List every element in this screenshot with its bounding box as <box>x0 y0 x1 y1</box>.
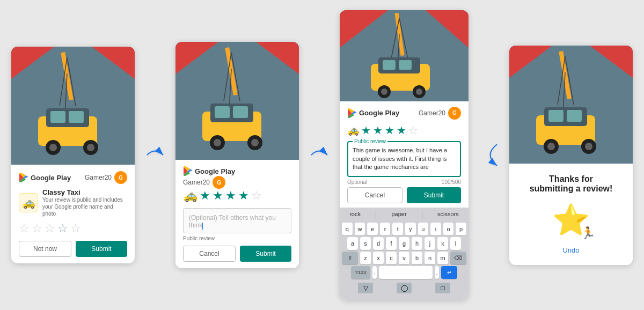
star-3[interactable]: ☆ <box>45 222 55 235</box>
submit-button-2[interactable]: Submit <box>240 246 291 262</box>
review-box-label: Public review <box>353 138 387 146</box>
not-now-button[interactable]: Not now <box>19 241 71 257</box>
app-desc: Your review is public and includes your … <box>42 196 127 217</box>
card2-buttons: Cancel Submit <box>183 246 291 262</box>
avatar-3: G <box>448 107 461 120</box>
kb-w[interactable]: w <box>355 223 365 235</box>
kb-nav-bar: ▽ ◯ □ <box>342 281 466 296</box>
arrow-icon-3 <box>478 139 500 171</box>
suggest-divider-2 <box>422 211 422 219</box>
kb-j[interactable]: j <box>425 237 435 250</box>
submit-button-3[interactable]: Submit <box>407 187 461 203</box>
arrow-3 <box>478 139 500 171</box>
c3-taxi-icon: 🚕 <box>347 124 359 136</box>
c2-star-2[interactable]: ★ <box>213 189 223 203</box>
c2-star-3[interactable]: ★ <box>225 189 236 203</box>
kb-shift[interactable]: ⇧ <box>342 252 358 264</box>
star-1[interactable]: ☆ <box>19 222 30 235</box>
gplay-logo-3: Google Play <box>347 108 399 118</box>
user-row-2: Gamer20 G <box>183 176 291 189</box>
dialog-buttons-3: Cancel Submit <box>347 187 461 203</box>
user-row-1: Gamer20 G <box>85 171 127 184</box>
kb-p[interactable]: p <box>456 223 466 235</box>
kb-nav-square[interactable]: □ <box>435 283 450 293</box>
kb-n[interactable]: n <box>425 252 435 264</box>
game-image-4 <box>509 46 633 164</box>
svg-point-60 <box>585 143 592 150</box>
kb-period[interactable]: . <box>435 266 439 279</box>
kb-num-toggle[interactable]: ?123 <box>351 266 370 279</box>
star-5[interactable]: ☆ <box>70 222 81 235</box>
svg-point-42 <box>381 88 387 95</box>
kb-nav-down[interactable]: ▽ <box>358 283 373 293</box>
kb-row-1: q w e r t y u i o p <box>342 223 466 235</box>
card3-stars[interactable]: 🚕 ★ ★ ★ ★ ☆ <box>347 124 461 137</box>
kb-suggestions-row: rock paper scissors <box>342 210 466 220</box>
kb-suggest-1[interactable]: rock <box>349 211 361 219</box>
kb-b[interactable]: b <box>412 252 422 264</box>
c3-star-4[interactable]: ★ <box>397 124 406 137</box>
kb-i[interactable]: i <box>430 223 441 235</box>
kb-o[interactable]: o <box>443 223 454 235</box>
star-2[interactable]: ☆ <box>32 222 42 235</box>
dialog-header-3: Google Play Gamer20 G <box>347 107 461 120</box>
kb-g[interactable]: g <box>399 237 409 250</box>
card2-stars[interactable]: 🚕 ★ ★ ★ ★ ☆ <box>183 189 291 203</box>
thanks-text: Thanks for submitting a review! <box>530 174 613 194</box>
kb-e[interactable]: e <box>367 223 378 235</box>
kb-comma[interactable]: , <box>372 266 377 279</box>
review-box[interactable]: Public review This game is awesome, but … <box>347 141 461 178</box>
c3-star-5[interactable]: ☆ <box>408 124 418 137</box>
kb-x[interactable]: x <box>373 252 384 264</box>
kb-v[interactable]: v <box>399 252 409 264</box>
c3-star-3[interactable]: ★ <box>385 124 394 137</box>
c2-star-4[interactable]: ★ <box>238 189 249 203</box>
text-cursor <box>202 223 203 230</box>
kb-q[interactable]: q <box>342 223 353 235</box>
kb-backspace[interactable]: ⌫ <box>450 252 466 264</box>
game-image-1 <box>11 47 135 165</box>
kb-k[interactable]: k <box>437 237 448 250</box>
kb-suggest-2[interactable]: paper <box>391 211 406 219</box>
card1-stars[interactable]: ☆ ☆ ☆ ☆ ☆ <box>19 222 127 235</box>
kb-t[interactable]: t <box>392 223 403 235</box>
kb-enter[interactable]: ↵ <box>441 266 457 279</box>
card2-bottom: Google Play Gamer20 G 🚕 ★ ★ ★ ★ ☆ (Optio… <box>175 160 299 268</box>
app-header-1: Google Play Gamer20 G <box>19 171 127 184</box>
review-text: This game is awesome, but I have a coupl… <box>353 147 447 171</box>
gplay-icon-2 <box>183 166 193 176</box>
card3-dialog: Google Play Gamer20 G 🚕 ★ ★ ★ ★ ☆ Public… <box>340 101 469 208</box>
kb-f[interactable]: f <box>386 237 397 250</box>
submit-button-1[interactable]: Submit <box>76 241 127 257</box>
star-4[interactable]: ☆ <box>57 222 68 235</box>
cancel-button-2[interactable]: Cancel <box>183 246 236 262</box>
kb-z[interactable]: z <box>360 252 371 264</box>
thanks-panel: Thanks for submitting a review! ⭐ 🏃 Undo <box>509 164 633 265</box>
c3-star-2[interactable]: ★ <box>373 124 383 137</box>
kb-l[interactable]: l <box>450 237 461 250</box>
kb-u[interactable]: u <box>418 223 429 235</box>
kb-r[interactable]: r <box>380 223 391 235</box>
kb-m[interactable]: m <box>437 252 448 264</box>
arrow-2 <box>309 144 330 166</box>
kb-nav-circle[interactable]: ◯ <box>397 283 412 293</box>
c3-star-1[interactable]: ★ <box>361 124 371 137</box>
kb-h[interactable]: h <box>412 237 422 250</box>
kb-y[interactable]: y <box>405 223 416 235</box>
svg-rect-61 <box>548 110 564 122</box>
review-input-area[interactable]: (Optional) Tell others what you think <box>183 208 291 233</box>
kb-a[interactable]: a <box>347 237 358 250</box>
svg-point-28 <box>251 139 259 146</box>
kb-d[interactable]: d <box>373 237 384 250</box>
kb-s[interactable]: s <box>360 237 371 250</box>
kb-space[interactable] <box>379 266 433 279</box>
kb-c[interactable]: c <box>386 252 397 264</box>
kb-suggest-3[interactable]: scissors <box>437 211 459 219</box>
review-placeholder: (Optional) Tell others what you think <box>189 214 276 229</box>
svg-rect-45 <box>383 60 396 70</box>
c2-star-1[interactable]: ★ <box>200 189 210 203</box>
c2-star-5[interactable]: ☆ <box>251 189 262 203</box>
cancel-button-3[interactable]: Cancel <box>347 187 402 203</box>
undo-button[interactable]: Undo <box>562 246 579 254</box>
avatar-1: G <box>114 171 127 184</box>
